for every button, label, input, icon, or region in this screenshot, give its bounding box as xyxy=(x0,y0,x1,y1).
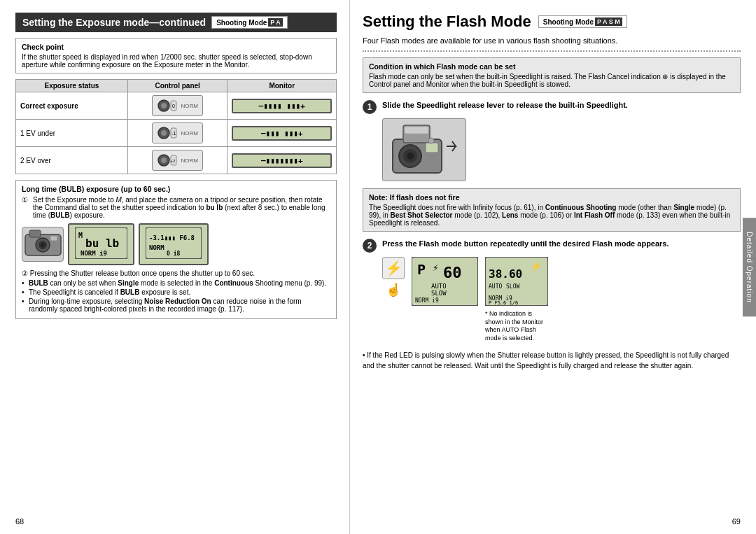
step2-images: ⚡ ☝ P ⚡ 60 AUTO SLOW xyxy=(382,257,741,343)
page-number-left: 68 xyxy=(15,517,24,526)
camera-mock xyxy=(22,227,64,262)
control-panel-mock-0: 0 NORM xyxy=(152,95,202,116)
row-status-0: Correct exposure xyxy=(16,92,128,120)
bulb-step-1-num: ① xyxy=(22,196,30,204)
bullet-item: The Speedlight is canceled if BULB expos… xyxy=(22,288,330,296)
row-monitor-0: —▮▮▮▮ ▮▮▮+ xyxy=(227,92,337,120)
bullet-item: BULB can only be set when Single mode is… xyxy=(22,279,330,287)
checkpoint-box: Check point If the shutter speed is disp… xyxy=(15,38,337,73)
flash-monitor-group: ⚡ 38.60 AUTO SLOW NORM i9 P F5.6 1/6 * N… xyxy=(485,257,548,343)
step1-circle: 1 xyxy=(363,100,377,114)
svg-text:-1: -1 xyxy=(172,131,176,136)
control-display-2: +2 NORM xyxy=(132,150,223,171)
monitor-lcd-0: —▮▮▮▮ ▮▮▮+ xyxy=(232,99,332,113)
bulb-lcd-monitor-display: -3.1▮▮▮ F6.8 NORM 0 i8 xyxy=(139,223,209,265)
intro-text: Four Flash modes are available for use i… xyxy=(363,36,741,45)
table-row: 1 EV under -1 NORM xyxy=(16,120,337,147)
step1-section: 1 Slide the Speedlight release lever to … xyxy=(363,100,741,181)
step2-text: Press the Flash mode button repeatedly u… xyxy=(382,239,741,249)
left-shooting-mode-badge: Shooting Mode P A xyxy=(211,16,288,29)
step2-circle: 2 xyxy=(363,239,377,253)
side-tab: Detailed Operation xyxy=(743,218,756,316)
flash-control-panel: P ⚡ 60 AUTO SLOW NORM i9 xyxy=(412,257,478,307)
no-indication-note: * No indication is shown in the Monitor … xyxy=(485,310,548,343)
svg-text:⚡: ⚡ xyxy=(531,260,542,272)
right-shooting-mode-badge: Shooting Mode P A S M xyxy=(538,15,627,28)
hand-icon: ☝ xyxy=(386,282,401,297)
flash-button-icon: ⚡ xyxy=(382,257,405,279)
step1-header: 1 Slide the Speedlight release lever to … xyxy=(363,100,741,114)
flash-monitor-lcd: ⚡ 38.60 AUTO SLOW NORM i9 P F5.6 1/6 xyxy=(485,257,548,307)
col-header-status: Exposure status xyxy=(16,80,128,92)
left-section-title-bar: Setting the Exposure mode—continued Shoo… xyxy=(15,13,337,32)
condition-title: Condition in which Flash mode can be set xyxy=(369,62,734,71)
svg-text:SLOW: SLOW xyxy=(431,290,447,297)
checkpoint-title: Check point xyxy=(22,43,330,51)
svg-rect-32 xyxy=(426,143,438,153)
bulb-lcd-main: M bu lb NORM i9 xyxy=(68,223,134,265)
bulb-section-box: Long time (BULB) exposure (up to 60 sec.… xyxy=(15,180,337,319)
svg-rect-13 xyxy=(29,230,41,237)
svg-text:AUTO: AUTO xyxy=(489,283,502,290)
bulb-step-1-text: Set the Exposure mode to M, and place th… xyxy=(33,196,330,219)
left-page: Setting the Exposure mode—continued Shoo… xyxy=(0,0,350,534)
svg-text:⚡: ⚡ xyxy=(433,262,438,273)
bullet-item: During long-time exposure, selecting Noi… xyxy=(22,297,330,313)
bottom-note-text: If the Red LED is pulsing slowly when th… xyxy=(363,351,729,370)
svg-point-5 xyxy=(161,130,167,136)
col-header-monitor: Monitor xyxy=(227,80,337,92)
condition-text: Flash mode can only be set when the buil… xyxy=(369,73,734,88)
svg-text:0: 0 xyxy=(172,104,175,108)
svg-rect-17 xyxy=(50,236,57,241)
step2-header: 2 Press the Flash mode button repeatedly… xyxy=(363,239,741,253)
note-title: Note: If flash does not fire xyxy=(369,193,734,202)
left-section-title: Setting the Exposure mode—continued xyxy=(22,17,206,28)
dotted-divider xyxy=(363,50,741,52)
bulb-lcd-group: M bu lb NORM i9 xyxy=(68,223,134,265)
press-icon-group: ⚡ ☝ xyxy=(382,257,405,297)
page-number-right: 69 xyxy=(732,517,741,526)
svg-text:-3.1▮▮▮ F6.8: -3.1▮▮▮ F6.8 xyxy=(149,234,195,241)
svg-point-33 xyxy=(428,138,434,143)
right-shooting-mode-icons: P A S M xyxy=(595,17,622,26)
step1-text: Slide the Speedlight release lever to re… xyxy=(382,100,741,111)
svg-text:+2: +2 xyxy=(171,159,176,163)
checkpoint-text: If the shutter speed is displayed in red… xyxy=(22,53,330,69)
svg-point-16 xyxy=(41,243,45,247)
row-monitor-2: —▮▮▮▮▮▮▮+ xyxy=(227,147,337,174)
svg-point-9 xyxy=(161,157,167,163)
svg-text:38.60: 38.60 xyxy=(489,267,522,281)
bulb-title: Long time (BULB) exposure (up to 60 sec.… xyxy=(22,185,330,193)
exposure-table: Exposure status Control panel Monitor Co… xyxy=(15,79,337,174)
svg-text:NORM: NORM xyxy=(149,244,164,251)
col-header-control: Control panel xyxy=(127,80,227,92)
right-page: Setting the Flash Mode Shooting Mode P A… xyxy=(350,0,756,534)
row-control-2: +2 NORM xyxy=(127,147,227,174)
right-shooting-mode-label: Shooting Mode xyxy=(543,18,594,26)
row-control-1: -1 NORM xyxy=(127,120,227,147)
condition-box: Condition in which Flash mode can be set… xyxy=(363,57,741,93)
svg-text:NORM  i9: NORM i9 xyxy=(80,250,107,257)
svg-rect-28 xyxy=(405,127,428,134)
control-panel-mock-2: +2 NORM xyxy=(152,150,202,171)
note-box: Note: If flash does not fire The Speedli… xyxy=(363,188,741,232)
svg-text:P  F5.6  1/6: P F5.6 1/6 xyxy=(489,300,518,306)
flash-mode-title-bar: Setting the Flash Mode Shooting Mode P A… xyxy=(363,13,741,31)
bulb-step-2: ② Pressing the Shutter release button on… xyxy=(22,269,330,277)
svg-point-1 xyxy=(161,103,167,108)
monitor-lcd-1: —▮▮▮ ▮▮▮+ xyxy=(232,126,332,141)
bulb-images: M bu lb NORM i9 -3.1▮▮▮ F6.8 NORM 0 i8 xyxy=(22,223,330,265)
control-display-0: 0 NORM xyxy=(132,95,223,116)
left-shooting-mode-icons: P A xyxy=(268,18,283,27)
flash-mode-title-text: Setting the Flash Mode xyxy=(363,13,531,31)
svg-point-31 xyxy=(407,153,414,160)
bulb-lcd-monitor: -3.1▮▮▮ F6.8 NORM 0 i8 xyxy=(139,223,209,265)
bottom-note: • If the Red LED is pulsing slowly when … xyxy=(363,350,741,371)
row-control-0: 0 NORM xyxy=(127,92,227,120)
bulb-step-2-text: ② Pressing the Shutter release button on… xyxy=(22,269,255,277)
note-text: The Speedlight does not fire with Infini… xyxy=(369,204,734,227)
bulb-step-1: ① Set the Exposure mode to M, and place … xyxy=(22,196,330,219)
row-monitor-1: —▮▮▮ ▮▮▮+ xyxy=(227,120,337,147)
step2-section: 2 Press the Flash mode button repeatedly… xyxy=(363,239,741,343)
row-status-1: 1 EV under xyxy=(16,120,128,147)
